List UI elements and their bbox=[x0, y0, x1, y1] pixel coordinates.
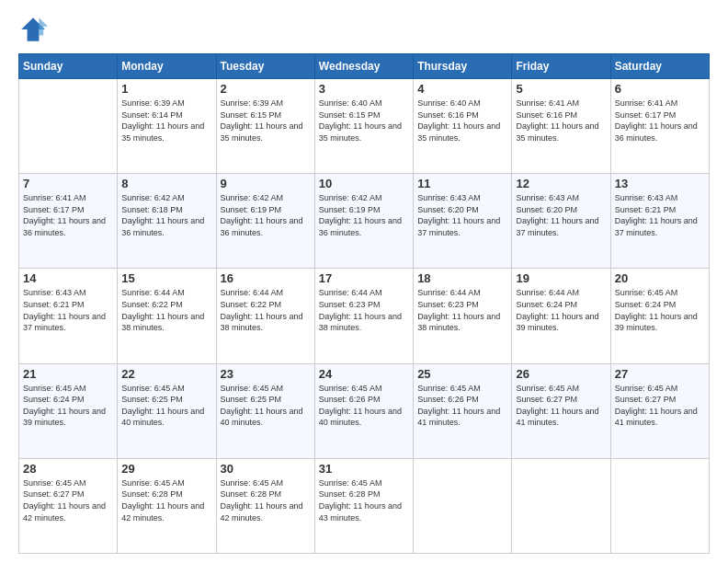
day-number: 14 bbox=[23, 271, 113, 285]
day-number: 10 bbox=[319, 177, 409, 190]
day-info: Sunrise: 6:45 AM Sunset: 6:26 PM Dayligh… bbox=[319, 383, 409, 429]
day-number: 13 bbox=[615, 177, 705, 190]
weekday-sunday: Sunday bbox=[19, 54, 118, 79]
day-number: 24 bbox=[319, 367, 409, 381]
day-number: 1 bbox=[121, 82, 211, 96]
calendar-cell: 28Sunrise: 6:45 AM Sunset: 6:27 PM Dayli… bbox=[19, 458, 118, 553]
day-number: 28 bbox=[23, 462, 113, 476]
day-number: 25 bbox=[417, 367, 507, 381]
day-number: 11 bbox=[417, 177, 507, 190]
day-info: Sunrise: 6:45 AM Sunset: 6:25 PM Dayligh… bbox=[221, 383, 311, 429]
logo-icon bbox=[18, 15, 48, 44]
day-info: Sunrise: 6:40 AM Sunset: 6:15 PM Dayligh… bbox=[319, 98, 409, 144]
week-row-3: 14Sunrise: 6:43 AM Sunset: 6:21 PM Dayli… bbox=[19, 269, 710, 363]
calendar-cell: 5Sunrise: 6:41 AM Sunset: 6:16 PM Daylig… bbox=[512, 79, 610, 174]
calendar-cell: 16Sunrise: 6:44 AM Sunset: 6:22 PM Dayli… bbox=[216, 269, 314, 363]
weekday-tuesday: Tuesday bbox=[216, 54, 314, 79]
day-info: Sunrise: 6:43 AM Sunset: 6:20 PM Dayligh… bbox=[417, 192, 507, 238]
svg-marker-1 bbox=[39, 17, 48, 35]
calendar-cell: 23Sunrise: 6:45 AM Sunset: 6:25 PM Dayli… bbox=[216, 363, 314, 458]
calendar-cell: 1Sunrise: 6:39 AM Sunset: 6:14 PM Daylig… bbox=[118, 79, 216, 174]
day-number: 18 bbox=[417, 271, 507, 285]
calendar-cell: 15Sunrise: 6:44 AM Sunset: 6:22 PM Dayli… bbox=[118, 269, 216, 363]
header bbox=[18, 15, 710, 44]
calendar-cell: 3Sunrise: 6:40 AM Sunset: 6:15 PM Daylig… bbox=[314, 79, 413, 174]
calendar-cell: 25Sunrise: 6:45 AM Sunset: 6:26 PM Dayli… bbox=[414, 363, 512, 458]
day-info: Sunrise: 6:41 AM Sunset: 6:16 PM Dayligh… bbox=[516, 98, 606, 144]
day-info: Sunrise: 6:45 AM Sunset: 6:26 PM Dayligh… bbox=[417, 383, 507, 429]
day-info: Sunrise: 6:45 AM Sunset: 6:27 PM Dayligh… bbox=[615, 383, 705, 429]
day-info: Sunrise: 6:42 AM Sunset: 6:18 PM Dayligh… bbox=[121, 192, 211, 238]
week-row-4: 21Sunrise: 6:45 AM Sunset: 6:24 PM Dayli… bbox=[19, 363, 710, 458]
day-info: Sunrise: 6:43 AM Sunset: 6:20 PM Dayligh… bbox=[516, 192, 606, 238]
day-number: 26 bbox=[516, 367, 606, 381]
calendar-cell bbox=[414, 458, 512, 553]
day-number: 12 bbox=[516, 177, 606, 190]
calendar-cell: 6Sunrise: 6:41 AM Sunset: 6:17 PM Daylig… bbox=[610, 79, 709, 174]
day-number: 15 bbox=[121, 271, 211, 285]
calendar-cell: 19Sunrise: 6:44 AM Sunset: 6:24 PM Dayli… bbox=[512, 269, 610, 363]
day-number: 4 bbox=[417, 82, 507, 96]
day-number: 16 bbox=[221, 271, 311, 285]
day-info: Sunrise: 6:45 AM Sunset: 6:27 PM Dayligh… bbox=[516, 383, 606, 429]
day-info: Sunrise: 6:45 AM Sunset: 6:28 PM Dayligh… bbox=[221, 477, 311, 523]
day-number: 30 bbox=[221, 462, 311, 476]
logo bbox=[18, 15, 51, 44]
day-info: Sunrise: 6:41 AM Sunset: 6:17 PM Dayligh… bbox=[615, 98, 705, 144]
day-number: 19 bbox=[516, 271, 606, 285]
calendar-cell bbox=[610, 458, 709, 553]
day-info: Sunrise: 6:45 AM Sunset: 6:24 PM Dayligh… bbox=[23, 383, 113, 429]
calendar-cell: 30Sunrise: 6:45 AM Sunset: 6:28 PM Dayli… bbox=[216, 458, 314, 553]
calendar-cell: 11Sunrise: 6:43 AM Sunset: 6:20 PM Dayli… bbox=[414, 174, 512, 269]
day-info: Sunrise: 6:45 AM Sunset: 6:24 PM Dayligh… bbox=[615, 287, 705, 333]
day-info: Sunrise: 6:44 AM Sunset: 6:22 PM Dayligh… bbox=[221, 287, 311, 333]
calendar-cell: 4Sunrise: 6:40 AM Sunset: 6:16 PM Daylig… bbox=[414, 79, 512, 174]
day-info: Sunrise: 6:45 AM Sunset: 6:28 PM Dayligh… bbox=[121, 477, 211, 523]
calendar-cell: 27Sunrise: 6:45 AM Sunset: 6:27 PM Dayli… bbox=[610, 363, 709, 458]
weekday-thursday: Thursday bbox=[414, 54, 512, 79]
calendar-cell: 12Sunrise: 6:43 AM Sunset: 6:20 PM Dayli… bbox=[512, 174, 610, 269]
day-number: 31 bbox=[319, 462, 409, 476]
day-info: Sunrise: 6:42 AM Sunset: 6:19 PM Dayligh… bbox=[221, 192, 311, 238]
week-row-5: 28Sunrise: 6:45 AM Sunset: 6:27 PM Dayli… bbox=[19, 458, 710, 553]
calendar-cell: 10Sunrise: 6:42 AM Sunset: 6:19 PM Dayli… bbox=[314, 174, 413, 269]
calendar-cell: 17Sunrise: 6:44 AM Sunset: 6:23 PM Dayli… bbox=[314, 269, 413, 363]
day-number: 20 bbox=[615, 271, 705, 285]
day-number: 22 bbox=[121, 367, 211, 381]
calendar-cell: 24Sunrise: 6:45 AM Sunset: 6:26 PM Dayli… bbox=[314, 363, 413, 458]
day-info: Sunrise: 6:42 AM Sunset: 6:19 PM Dayligh… bbox=[319, 192, 409, 238]
day-info: Sunrise: 6:41 AM Sunset: 6:17 PM Dayligh… bbox=[23, 192, 113, 238]
day-info: Sunrise: 6:39 AM Sunset: 6:14 PM Dayligh… bbox=[121, 98, 211, 144]
weekday-saturday: Saturday bbox=[610, 54, 709, 79]
weekday-monday: Monday bbox=[118, 54, 216, 79]
weekday-friday: Friday bbox=[512, 54, 610, 79]
day-number: 21 bbox=[23, 367, 113, 381]
week-row-1: 1Sunrise: 6:39 AM Sunset: 6:14 PM Daylig… bbox=[19, 79, 710, 174]
day-info: Sunrise: 6:45 AM Sunset: 6:28 PM Dayligh… bbox=[319, 477, 409, 523]
day-number: 3 bbox=[319, 82, 409, 96]
calendar-cell: 31Sunrise: 6:45 AM Sunset: 6:28 PM Dayli… bbox=[314, 458, 413, 553]
calendar-table: SundayMondayTuesdayWednesdayThursdayFrid… bbox=[18, 53, 710, 554]
calendar-cell: 2Sunrise: 6:39 AM Sunset: 6:15 PM Daylig… bbox=[216, 79, 314, 174]
calendar-cell: 21Sunrise: 6:45 AM Sunset: 6:24 PM Dayli… bbox=[19, 363, 118, 458]
day-number: 23 bbox=[221, 367, 311, 381]
day-number: 29 bbox=[121, 462, 211, 476]
calendar-cell: 26Sunrise: 6:45 AM Sunset: 6:27 PM Dayli… bbox=[512, 363, 610, 458]
week-row-2: 7Sunrise: 6:41 AM Sunset: 6:17 PM Daylig… bbox=[19, 174, 710, 269]
day-number: 27 bbox=[615, 367, 705, 381]
calendar-cell: 29Sunrise: 6:45 AM Sunset: 6:28 PM Dayli… bbox=[118, 458, 216, 553]
day-info: Sunrise: 6:43 AM Sunset: 6:21 PM Dayligh… bbox=[615, 192, 705, 238]
weekday-wednesday: Wednesday bbox=[314, 54, 413, 79]
day-number: 7 bbox=[23, 177, 113, 190]
day-number: 5 bbox=[516, 82, 606, 96]
calendar-cell: 7Sunrise: 6:41 AM Sunset: 6:17 PM Daylig… bbox=[19, 174, 118, 269]
day-info: Sunrise: 6:44 AM Sunset: 6:23 PM Dayligh… bbox=[417, 287, 507, 333]
day-info: Sunrise: 6:44 AM Sunset: 6:23 PM Dayligh… bbox=[319, 287, 409, 333]
day-info: Sunrise: 6:40 AM Sunset: 6:16 PM Dayligh… bbox=[417, 98, 507, 144]
weekday-header-row: SundayMondayTuesdayWednesdayThursdayFrid… bbox=[19, 54, 710, 79]
page: SundayMondayTuesdayWednesdayThursdayFrid… bbox=[0, 0, 728, 563]
calendar-cell: 9Sunrise: 6:42 AM Sunset: 6:19 PM Daylig… bbox=[216, 174, 314, 269]
day-number: 8 bbox=[121, 177, 211, 190]
day-info: Sunrise: 6:43 AM Sunset: 6:21 PM Dayligh… bbox=[23, 287, 113, 333]
day-number: 17 bbox=[319, 271, 409, 285]
